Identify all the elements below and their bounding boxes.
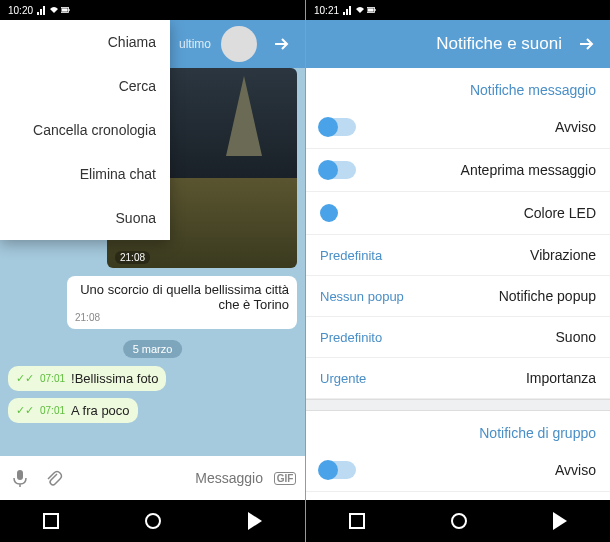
menu-item-search[interactable]: Cerca xyxy=(0,64,170,108)
row-label: Suono xyxy=(556,329,596,345)
message-input-bar: GIF xyxy=(0,456,305,500)
arrow-forward-icon xyxy=(271,34,291,54)
row-value: Predefinita xyxy=(320,248,382,263)
message-text: Bellissima foto! xyxy=(71,371,158,386)
incoming-message[interactable]: A fra poco 07:01 ✓✓ xyxy=(8,398,138,423)
message-text: Uno scorcio di quella bellissima città c… xyxy=(80,282,289,312)
settings-screen: 10:21 Notifiche e suoni Notifiche messag… xyxy=(305,0,610,542)
wifi-icon xyxy=(355,5,365,15)
message-time: 07:01 xyxy=(40,405,65,416)
nav-home-button[interactable] xyxy=(451,513,467,529)
menu-item-delete-chat[interactable]: Elimina chat xyxy=(0,152,170,196)
gif-icon: GIF xyxy=(274,472,297,485)
android-nav-bar xyxy=(306,500,610,542)
nav-recent-button[interactable] xyxy=(349,513,365,529)
paperclip-icon xyxy=(44,468,64,488)
settings-title: Notifiche e suoni xyxy=(316,34,562,54)
emoji-button[interactable]: GIF xyxy=(273,466,297,490)
back-button[interactable] xyxy=(267,30,295,58)
microphone-icon xyxy=(10,468,30,488)
contact-subtitle: ultimo xyxy=(179,37,211,51)
toggle-anteprima[interactable] xyxy=(320,161,356,179)
toggle-knob xyxy=(318,160,338,180)
nav-back-button[interactable] xyxy=(248,512,262,530)
status-icons xyxy=(343,5,377,15)
contact-avatar[interactable] xyxy=(221,26,257,62)
svg-rect-6 xyxy=(17,470,23,480)
signal-icon xyxy=(37,5,47,15)
led-color-swatch xyxy=(320,204,338,222)
read-ticks-icon: ✓✓ xyxy=(16,404,34,417)
message-time: 21:08 xyxy=(115,251,150,264)
menu-item-call[interactable]: Chiama xyxy=(0,20,170,64)
battery-icon xyxy=(367,5,377,15)
section-header-messages: Notifiche messaggio xyxy=(306,68,610,106)
status-icons xyxy=(37,5,71,15)
message-text: A fra poco xyxy=(71,403,130,418)
wifi-icon xyxy=(49,5,59,15)
row-label: Notifiche popup xyxy=(499,288,596,304)
nav-home-button[interactable] xyxy=(145,513,161,529)
row-label: Avviso xyxy=(555,462,596,478)
menu-item-mute[interactable]: Suona xyxy=(0,196,170,240)
nav-back-button[interactable] xyxy=(553,512,567,530)
row-label: Vibrazione xyxy=(530,247,596,263)
attach-button[interactable] xyxy=(42,466,66,490)
svg-rect-2 xyxy=(43,6,45,15)
message-time: 07:01 xyxy=(40,373,65,384)
outgoing-message[interactable]: Uno scorcio di quella bellissima città c… xyxy=(67,276,297,329)
status-time: 10:21 xyxy=(314,5,339,16)
contact-title-block[interactable]: ultimo xyxy=(179,37,211,51)
back-button[interactable] xyxy=(572,30,600,58)
svg-rect-8 xyxy=(346,9,348,15)
status-time: 10:20 xyxy=(8,5,33,16)
svg-rect-1 xyxy=(40,9,42,15)
row-value: Predefinito xyxy=(320,330,382,345)
row-vibrazione[interactable]: Vibrazione Predefinita xyxy=(306,235,610,276)
row-led[interactable]: Colore LED xyxy=(306,192,610,235)
row-avviso[interactable]: Avviso xyxy=(306,106,610,149)
settings-app-bar: Notifiche e suoni xyxy=(306,20,610,68)
toggle-avviso[interactable] xyxy=(320,118,356,136)
toggle-knob xyxy=(318,117,338,137)
battery-icon xyxy=(61,5,71,15)
row-label: Anteprima messaggio xyxy=(461,162,596,178)
nav-recent-button[interactable] xyxy=(43,513,59,529)
status-bar: 10:20 xyxy=(0,0,305,20)
incoming-message[interactable]: Bellissima foto! 07:01 ✓✓ xyxy=(8,366,166,391)
signal-icon xyxy=(343,5,353,15)
svg-rect-7 xyxy=(343,12,345,15)
row-group-avviso[interactable]: Avviso xyxy=(306,449,610,492)
row-label: Importanza xyxy=(526,370,596,386)
status-bar: 10:21 xyxy=(306,0,610,20)
svg-rect-4 xyxy=(69,9,70,11)
svg-rect-9 xyxy=(349,6,351,15)
photo-content xyxy=(226,76,262,156)
toggle-group-avviso[interactable] xyxy=(320,461,356,479)
svg-rect-0 xyxy=(37,12,39,15)
row-group-anteprima[interactable]: Anteprima messaggio xyxy=(306,492,610,500)
chat-screen: 10:20 ultimo 21:08 Uno scorcio di quella… xyxy=(0,0,305,542)
svg-rect-12 xyxy=(368,8,374,11)
message-time: 21:08 xyxy=(75,312,289,323)
toggle-knob xyxy=(318,460,338,480)
read-ticks-icon: ✓✓ xyxy=(16,372,34,385)
svg-rect-5 xyxy=(62,8,68,11)
row-label: Colore LED xyxy=(524,205,596,221)
row-anteprima[interactable]: Anteprima messaggio xyxy=(306,149,610,192)
row-value: Nessun popup xyxy=(320,289,404,304)
row-value: Urgente xyxy=(320,371,366,386)
section-header-groups: Notifiche di gruppo xyxy=(306,411,610,449)
message-input[interactable] xyxy=(76,470,263,486)
row-suono[interactable]: Suono Predefinito xyxy=(306,317,610,358)
svg-rect-11 xyxy=(375,9,376,11)
row-label: Avviso xyxy=(555,119,596,135)
settings-list[interactable]: Notifiche messaggio Avviso Anteprima mes… xyxy=(306,68,610,500)
menu-item-clear-history[interactable]: Cancella cronologia xyxy=(0,108,170,152)
voice-button[interactable] xyxy=(8,466,32,490)
row-importanza[interactable]: Importanza Urgente xyxy=(306,358,610,399)
android-nav-bar xyxy=(0,500,305,542)
chat-context-menu: Chiama Cerca Cancella cronologia Elimina… xyxy=(0,20,170,240)
arrow-forward-icon xyxy=(576,34,596,54)
row-popup[interactable]: Notifiche popup Nessun popup xyxy=(306,276,610,317)
